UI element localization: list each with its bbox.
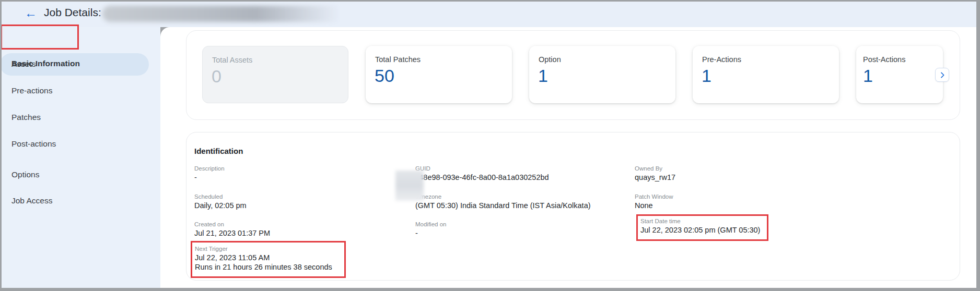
job-details-screen: ← Job Details: Basic Information Assets … (0, 0, 980, 291)
header-bar: ← Job Details: (0, 0, 980, 27)
sidebar-item-job-access[interactable]: Job Access (11, 196, 137, 208)
frame-border-bottom (0, 288, 980, 291)
card-label: Post-Actions (863, 55, 905, 64)
field-value: c48e98-093e-46fc-8a00-8a1a030252bd (415, 173, 549, 182)
back-arrow-icon[interactable]: ← (23, 5, 39, 21)
field-patch-window: Patch Window None (635, 193, 673, 210)
sidebar-item-assets[interactable]: Assets (11, 59, 137, 71)
sidebar-item-patches[interactable]: Patches (11, 113, 137, 124)
card-option: Option 1 (529, 46, 675, 103)
card-label: Total Patches (375, 55, 421, 64)
card-total-patches: Total Patches 50 (366, 46, 512, 103)
page-title: Job Details: (44, 6, 101, 19)
card-value: 1 (863, 66, 873, 86)
field-label: Modified on (415, 221, 446, 228)
field-label: Description (194, 165, 225, 172)
field-label: Created on (194, 221, 270, 228)
job-name-redaction (102, 6, 350, 22)
annotation-box-next-trigger (191, 241, 346, 278)
frame-border-top (0, 0, 980, 2)
field-value: - (194, 173, 225, 182)
field-label: GUID (415, 165, 549, 172)
field-timezone: Timezone (GMT 05:30) India Standard Time… (415, 193, 591, 210)
sidebar-item-options[interactable]: Options (11, 170, 137, 181)
field-value: Daily, 02:05 pm (194, 201, 247, 210)
card-label: Total Assets (212, 56, 252, 64)
annotation-box-start-date-time (636, 214, 768, 241)
annotation-box-basic-information (1, 25, 79, 50)
sidebar-nav: Basic Information Assets Pre-actions Pat… (0, 27, 160, 291)
card-total-assets: Total Assets 0 (202, 46, 348, 103)
field-owned-by: Owned By quays_rw17 (635, 165, 675, 182)
field-label: Patch Window (635, 193, 673, 200)
identification-title: Identification (194, 147, 243, 155)
frame-border-right (976, 0, 980, 291)
card-value: 1 (538, 66, 548, 86)
cards-scroll-right-button[interactable] (935, 68, 949, 82)
field-value: None (635, 201, 673, 210)
field-label: Scheduled (194, 193, 247, 200)
field-label: Timezone (415, 193, 591, 200)
guid-redaction (395, 171, 424, 201)
card-value: 0 (212, 66, 221, 87)
chevron-right-icon (938, 71, 947, 79)
sidebar-item-pre-actions[interactable]: Pre-actions (11, 86, 137, 98)
field-scheduled: Scheduled Daily, 02:05 pm (194, 193, 247, 210)
field-description: Description - (194, 165, 225, 182)
field-guid: GUID c48e98-093e-46fc-8a00-8a1a030252bd (415, 165, 549, 182)
card-post-actions: Post-Actions 1 (856, 46, 943, 103)
card-value: 50 (375, 66, 394, 86)
card-label: Option (539, 55, 561, 64)
card-pre-actions: Pre-Actions 1 (693, 46, 839, 103)
frame-border-left (0, 0, 2, 291)
field-value: (GMT 05:30) India Standard Time (IST Asi… (415, 201, 591, 210)
field-value: - (415, 228, 446, 238)
field-label: Owned By (635, 165, 675, 172)
field-value: Jul 21, 2023 01:37 PM (194, 228, 270, 238)
card-label: Pre-Actions (702, 55, 741, 64)
field-created-on: Created on Jul 21, 2023 01:37 PM (194, 221, 270, 238)
field-modified-on: Modified on - (415, 221, 446, 238)
sidebar-item-post-actions[interactable]: Post-actions (11, 139, 137, 151)
card-value: 1 (702, 66, 711, 86)
field-value: quays_rw17 (635, 173, 675, 182)
